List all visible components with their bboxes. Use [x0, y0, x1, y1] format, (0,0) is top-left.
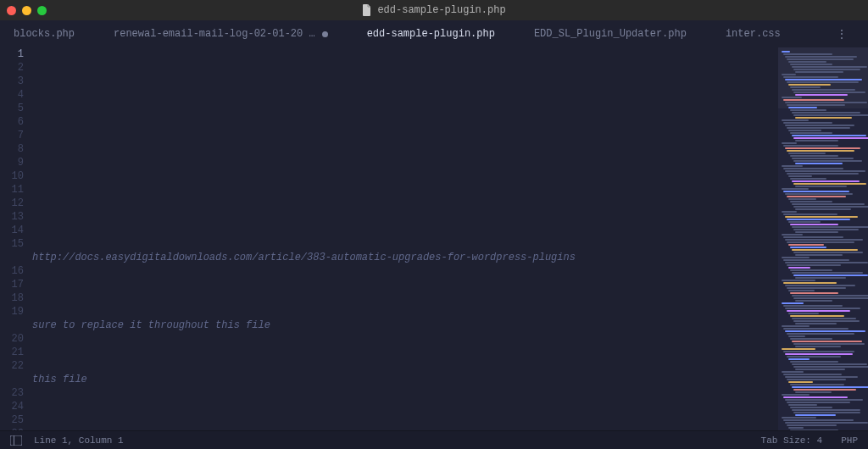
line-content: http://docs.easydigitaldownloads.com/art…	[32, 251, 778, 264]
code-line[interactable]: 20	[0, 332, 778, 346]
code-line[interactable]: 22	[0, 359, 778, 373]
minimap-line	[790, 384, 844, 385]
minimap-line	[782, 394, 810, 396]
minimap-line	[788, 267, 810, 269]
minimap-line	[782, 417, 816, 419]
code-line[interactable]: 8	[0, 142, 778, 156]
minimap-line	[795, 391, 832, 393]
svg-rect-0	[10, 435, 22, 446]
minimap-line	[787, 241, 854, 243]
minimap-line	[792, 203, 865, 205]
code-line[interactable]: 1	[0, 47, 778, 61]
code-line[interactable]: 24	[0, 400, 778, 413]
code-line[interactable]: 10	[0, 169, 778, 183]
code-line-wrap[interactable]: http://docs.easydigitaldownloads.com/art…	[0, 251, 778, 264]
close-window-button[interactable]	[7, 6, 16, 15]
code-line[interactable]: 9	[0, 156, 778, 169]
minimap-line	[792, 180, 860, 182]
tab-label: blocks.php	[14, 28, 75, 40]
minimap-line	[792, 249, 858, 251]
status-syntax[interactable]: PHP	[841, 435, 858, 446]
minimap-line	[787, 402, 850, 403]
line-number: 19	[0, 305, 32, 319]
status-tab-size[interactable]: Tab Size: 4	[761, 435, 823, 446]
status-position[interactable]: Line 1, Column 1	[34, 435, 124, 446]
minimap-line	[785, 330, 865, 332]
minimap-line	[790, 201, 832, 202]
minimap-line	[785, 102, 867, 103]
line-number: 4	[0, 88, 32, 102]
minimap-line	[788, 107, 817, 108]
zoom-window-button[interactable]	[37, 6, 47, 15]
minimap-line	[793, 206, 868, 208]
minimap-line	[783, 259, 849, 261]
code-line[interactable]: 5	[0, 102, 778, 115]
code-line[interactable]: 6	[0, 115, 778, 129]
minimap-line	[785, 239, 863, 241]
sidebar-toggle-icon[interactable]	[10, 435, 22, 446]
tab-label: edd-sample-plugin.php	[367, 28, 495, 40]
minimap-line	[790, 224, 838, 225]
minimap-line	[795, 94, 848, 96]
code-line[interactable]: 16	[0, 264, 778, 278]
code-line[interactable]: 4	[0, 88, 778, 102]
line-number: 15	[0, 237, 32, 251]
minimap-line	[783, 168, 843, 169]
code-line[interactable]: 15	[0, 237, 778, 251]
code-line-wrap[interactable]: sure to replace it throughout this file	[0, 319, 778, 332]
minimap-line	[788, 175, 812, 177]
minimap-line	[793, 343, 865, 345]
code-line[interactable]: 12	[0, 197, 778, 210]
minimap-line	[787, 219, 850, 220]
minimap-line	[782, 165, 803, 167]
minimap-line	[795, 346, 841, 347]
minimap-line	[785, 308, 860, 309]
minimap-line	[792, 409, 860, 411]
minimize-window-button[interactable]	[22, 6, 31, 15]
minimap-line	[782, 348, 815, 350]
code-line[interactable]: 7	[0, 129, 778, 142]
minimap[interactable]	[778, 47, 868, 430]
tab-bar: blocks.phprenewal-email-mail-log-02-01-2…	[0, 20, 868, 47]
code-line[interactable]: 17	[0, 278, 778, 291]
minimap-line	[787, 424, 837, 426]
modified-dot-icon	[322, 31, 328, 37]
minimap-line	[787, 287, 846, 289]
code-line[interactable]: 21	[0, 346, 778, 359]
line-number: 11	[0, 183, 32, 197]
tabbar-overflow-button[interactable]: ⋮	[831, 24, 854, 45]
minimap-line	[792, 386, 868, 388]
minimap-line	[792, 135, 866, 136]
tab-2[interactable]: edd-sample-plugin.php	[367, 28, 510, 40]
minimap-line	[787, 150, 854, 152]
code-area[interactable]: 123456789101112131415http://docs.easydig…	[0, 47, 778, 430]
minimap-line	[788, 221, 821, 223]
code-line[interactable]: 18	[0, 291, 778, 305]
line-number: 6	[0, 115, 32, 129]
code-line[interactable]: 14	[0, 224, 778, 237]
minimap-line	[795, 277, 846, 279]
code-line[interactable]: 25	[0, 413, 778, 427]
code-line-wrap[interactable]: this file	[0, 373, 778, 386]
code-line[interactable]: 2	[0, 61, 778, 75]
tab-label: renewal-email-mail-log-02-01-20 …	[114, 28, 315, 40]
tab-label: EDD_SL_Plugin_Updater.php	[534, 28, 687, 40]
code-line[interactable]: 23	[0, 386, 778, 400]
tab-3[interactable]: EDD_SL_Plugin_Updater.php	[534, 28, 702, 40]
minimap-line	[792, 158, 854, 159]
minimap-line	[782, 188, 809, 190]
code-line[interactable]: 13	[0, 210, 778, 224]
code-line[interactable]: 19	[0, 305, 778, 319]
minimap-line	[792, 363, 867, 365]
traffic-lights	[7, 6, 47, 15]
minimap-line	[783, 328, 849, 330]
code-line[interactable]: 11	[0, 183, 778, 197]
code-line[interactable]: 3	[0, 75, 778, 88]
tab-1[interactable]: renewal-email-mail-log-02-01-20 …	[114, 28, 343, 40]
tab-4[interactable]: inter.css	[726, 28, 796, 40]
line-number: 23	[0, 386, 32, 400]
minimap-line	[785, 193, 853, 195]
tab-0[interactable]: blocks.php	[14, 28, 90, 40]
line-number: 20	[0, 332, 32, 346]
minimap-line	[785, 216, 858, 218]
